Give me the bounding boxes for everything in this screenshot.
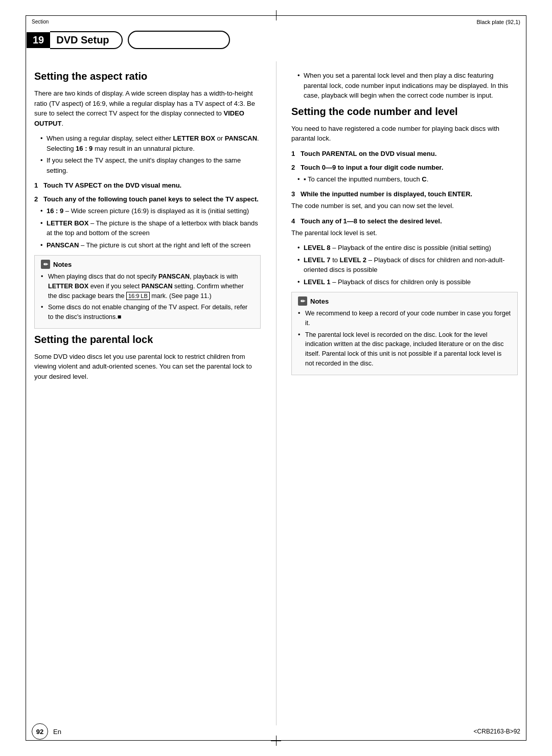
heading-aspect-ratio: Setting the aspect ratio: [34, 71, 261, 82]
notes-header-left: ✏ Notes: [41, 260, 254, 269]
note-record: We recommend to keep a record of your co…: [298, 309, 511, 328]
notes-label-left: Notes: [53, 261, 72, 268]
level-1: LEVEL 1 – Playback of discs for children…: [297, 277, 518, 287]
footer: 92 En <CRB2163-B>92: [27, 723, 525, 740]
bullet-letterbox: LETTER BOX – The picture is the shape of…: [40, 218, 261, 238]
step2-right: 2 Touch 0—9 to input a four digit code n…: [291, 164, 518, 171]
section-right-pill: [128, 31, 230, 49]
aspect-bullets-1: When using a regular display, select eit…: [34, 133, 261, 175]
step4-right: 4 Touch any of 1—8 to select the desired…: [291, 217, 518, 225]
right-column: When you set a parental lock level and t…: [284, 61, 525, 725]
notes-label-right: Notes: [310, 297, 329, 305]
border-left: [26, 15, 26, 741]
notes-list-right: We recommend to keep a record of your co…: [298, 309, 511, 369]
footer-en-label: En: [53, 728, 61, 736]
step3-text: The code number is set, and you can now …: [291, 201, 518, 211]
heading-parental-lock: Setting the parental lock: [34, 334, 261, 346]
bullet-when: When you set a parental lock level and t…: [297, 71, 518, 101]
bullet-169: 16 : 9 – Wide screen picture (16:9) is d…: [40, 206, 261, 216]
step1-right: 1 Touch PARENTAL on the DVD visual menu.: [291, 150, 518, 157]
footer-code: <CRB2163-B>92: [474, 728, 520, 735]
step4-text: The parental lock level is set.: [291, 228, 518, 238]
notes-box-right: ✏ Notes We recommend to keep a record of…: [291, 292, 518, 375]
section-label: Section: [32, 19, 49, 25]
notes-list-left: When playing discs that do not specify P…: [41, 272, 254, 322]
aspect-option-bullets: 16 : 9 – Wide screen picture (16:9) is d…: [34, 206, 261, 250]
border-right: [526, 15, 526, 741]
section-badge: 19 DVD Setup: [27, 31, 230, 49]
left-column: Setting the aspect ratio There are two k…: [27, 61, 268, 725]
bullet-panscan: PANSCAN – The picture is cut short at th…: [40, 240, 261, 250]
note-item: When playing discs that do not specify P…: [41, 272, 254, 301]
header: Section Black plate (92,1): [27, 16, 525, 25]
note-item: Some discs do not enable changing of the…: [41, 303, 254, 322]
step2-left: 2 Touch any of the following touch panel…: [34, 195, 261, 203]
parental-intro: Some DVD video discs let you use parenta…: [34, 352, 261, 382]
black-plate: Black plate (92,1): [476, 19, 520, 25]
notes-box-left: ✏ Notes When playing discs that do not s…: [34, 255, 261, 329]
notes-icon-right: ✏: [298, 296, 307, 306]
footer-left: 92 En: [32, 723, 61, 740]
inline-mark: 16:9 LB: [126, 292, 150, 300]
heading-code-number: Setting the code number and level: [291, 106, 518, 118]
main-content: Setting the aspect ratio There are two k…: [27, 61, 525, 725]
bullet-item: If you select the TV aspect, the unit's …: [40, 155, 261, 175]
right-intro-bullets: When you set a parental lock level and t…: [291, 71, 518, 101]
code-intro: You need to have registered a code numbe…: [291, 124, 518, 144]
aspect-intro: There are two kinds of display. A wide s…: [34, 88, 261, 128]
bullet-cancel: ▪ To cancel the inputted numbers, touch …: [297, 174, 518, 185]
page-number: 92: [32, 723, 48, 740]
step2-bullets: ▪ To cancel the inputted numbers, touch …: [291, 174, 518, 185]
level-bullets: LEVEL 8 – Playback of the entire disc is…: [291, 243, 518, 287]
notes-header-right: ✏ Notes: [298, 296, 511, 306]
notes-icon-left: ✏: [41, 260, 50, 269]
section-title: DVD Setup: [50, 31, 122, 49]
step1-left: 1 Touch TV ASPECT on the DVD visual menu…: [34, 181, 261, 189]
step3-right: 3 While the inputted number is displayed…: [291, 190, 518, 198]
section-number: 19: [27, 32, 50, 48]
level-7-2: LEVEL 7 to LEVEL 2 – Playback of discs f…: [297, 255, 518, 275]
level-8: LEVEL 8 – Playback of the entire disc is…: [297, 243, 518, 253]
note-recorded: The parental lock level is recorded on t…: [298, 330, 511, 369]
bullet-item: When using a regular display, select eit…: [40, 133, 261, 153]
